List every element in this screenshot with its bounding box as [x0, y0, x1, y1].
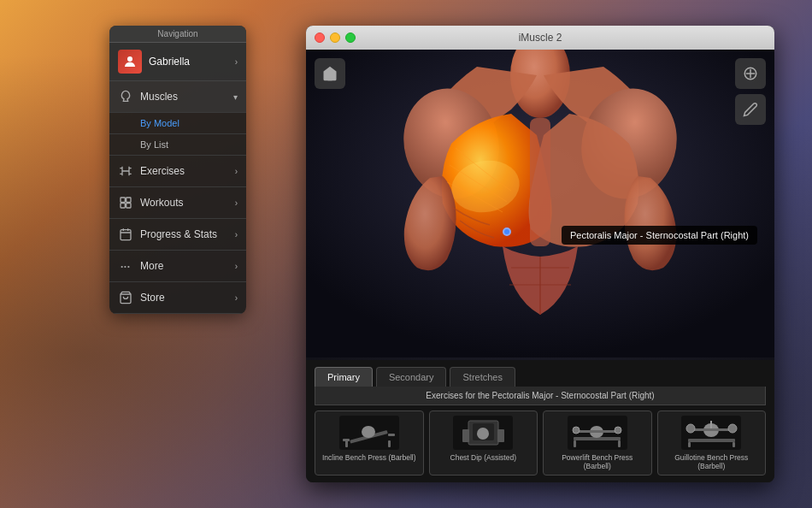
svg-point-37 [573, 427, 580, 434]
exercise-name-2: Chest Dip (Assisted) [450, 453, 516, 462]
app-window: iMuscle 2 [306, 26, 774, 482]
sidebar-item-workouts[interactable]: Workouts › [109, 187, 246, 219]
exercise-card-3[interactable]: Powerlift Bench Press (Barbell) [543, 411, 652, 476]
svg-rect-4 [127, 204, 131, 208]
svg-point-45 [686, 424, 695, 433]
svg-rect-10 [530, 118, 550, 246]
svg-rect-23 [343, 439, 350, 441]
tabs-row: Primary Secondary Stretches [306, 360, 774, 387]
minimize-button[interactable] [330, 32, 340, 43]
svg-rect-42 [688, 442, 691, 447]
sidebar-item-store[interactable]: Store › [109, 282, 246, 314]
more-arrow-icon: › [235, 262, 238, 271]
tool-buttons [735, 58, 766, 125]
muscle-indicator-dot [503, 227, 511, 236]
close-button[interactable] [315, 32, 325, 43]
exercises-label: Exercises [140, 165, 235, 177]
maximize-button[interactable] [345, 32, 356, 43]
store-label: Store [140, 292, 235, 304]
tab-stretches[interactable]: Stretches [450, 367, 515, 387]
exercise-thumb-4 [681, 416, 741, 450]
tab-primary[interactable]: Primary [315, 367, 373, 387]
exercises-icon [118, 163, 133, 179]
exercise-name-3: Powerlift Bench Press (Barbell) [548, 453, 647, 470]
svg-rect-28 [462, 429, 469, 442]
muscle-body-svg [306, 50, 774, 357]
store-arrow-icon: › [235, 293, 238, 303]
more-label: More [140, 260, 235, 272]
username: Gabriella [149, 56, 235, 68]
sidebar-item-progress[interactable]: Progress & Stats › [109, 219, 246, 251]
exercise-name-1: Incline Bench Press (Barbell) [322, 453, 416, 462]
svg-rect-1 [121, 198, 125, 202]
navigation-panel: Navigation Gabriella › Muscles ▾ By Mode… [109, 26, 246, 314]
store-icon [118, 290, 133, 305]
svg-rect-3 [121, 204, 125, 208]
exercises-header: Exercises for the Pectoralis Major - Ste… [315, 387, 766, 405]
exercise-thumb-3 [568, 416, 627, 450]
svg-rect-24 [388, 434, 395, 436]
exercise-name-4: Guillotine Bench Press (Barbell) [662, 453, 762, 470]
svg-rect-21 [345, 440, 348, 447]
exercise-card-2[interactable]: Chest Dip (Assisted) [429, 411, 538, 476]
svg-rect-2 [127, 198, 131, 202]
traffic-lights [315, 32, 356, 43]
svg-point-30 [477, 428, 489, 440]
svg-rect-35 [618, 440, 621, 447]
exercises-section: Exercises for the Pectoralis Major - Ste… [306, 387, 774, 482]
svg-rect-40 [688, 439, 735, 442]
avatar [118, 50, 142, 74]
sidebar-item-more[interactable]: ••• More › [109, 251, 246, 282]
sidebar-sub-by-model[interactable]: By Model [109, 113, 246, 134]
svg-rect-5 [121, 230, 131, 240]
workouts-arrow-icon: › [235, 198, 238, 208]
workouts-label: Workouts [140, 197, 235, 209]
svg-point-0 [127, 56, 132, 62]
window-title: iMuscle 2 [519, 32, 562, 44]
bottom-panel: Primary Secondary Stretches Exercises fo… [306, 360, 774, 482]
title-bar: iMuscle 2 [306, 26, 774, 50]
exercises-arrow-icon: › [235, 167, 238, 176]
sidebar-item-muscles[interactable]: Muscles ▾ [109, 81, 246, 113]
sidebar-item-exercises[interactable]: Exercises › [109, 156, 246, 187]
svg-rect-43 [733, 442, 735, 447]
muscles-label: Muscles [140, 91, 233, 103]
svg-rect-34 [574, 440, 576, 447]
muscle-3d-view: Pectoralis Major - Sternocostal Part (Ri… [306, 50, 774, 360]
exercise-thumb-1 [339, 416, 399, 450]
tab-secondary[interactable]: Secondary [376, 367, 447, 387]
svg-rect-29 [497, 429, 504, 442]
add-marker-button[interactable] [735, 58, 766, 89]
progress-icon [118, 227, 133, 242]
svg-rect-22 [388, 440, 391, 447]
workouts-icon [118, 195, 133, 210]
more-icon: ••• [118, 258, 133, 274]
sidebar-sub-by-list[interactable]: By List [109, 134, 246, 156]
exercise-card-1[interactable]: Incline Bench Press (Barbell) [315, 411, 424, 476]
svg-point-20 [362, 426, 375, 438]
svg-rect-36 [574, 430, 621, 433]
nav-title: Navigation [109, 26, 246, 43]
muscles-chevron-icon: ▾ [233, 92, 238, 102]
muscle-tooltip: Pectoralis Major - Sternocostal Part (Ri… [562, 226, 757, 245]
edit-button[interactable] [735, 94, 766, 125]
progress-arrow-icon: › [235, 230, 238, 239]
svg-point-46 [728, 424, 737, 433]
home-button[interactable] [315, 58, 345, 89]
muscles-icon [118, 89, 133, 104]
user-row[interactable]: Gabriella › [109, 43, 246, 81]
user-chevron-icon: › [235, 57, 238, 67]
exercise-cards-row: Incline Bench Press (Barbell) [315, 411, 766, 476]
exercise-thumb-2 [453, 416, 513, 450]
progress-label: Progress & Stats [140, 228, 235, 240]
svg-point-38 [615, 427, 621, 434]
exercise-card-4[interactable]: Guillotine Bench Press (Barbell) [657, 411, 767, 476]
